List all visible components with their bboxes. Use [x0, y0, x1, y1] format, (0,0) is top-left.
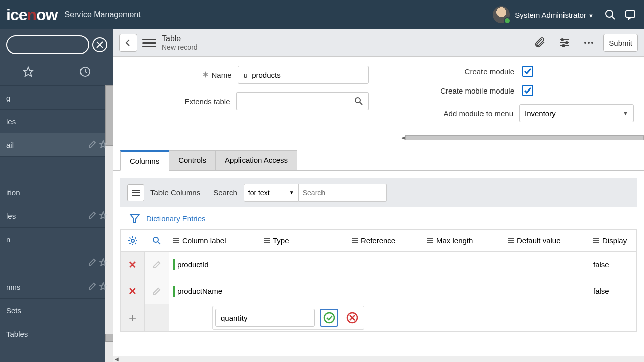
- cell-display: false: [589, 260, 629, 269]
- tab-appaccess[interactable]: Application Access: [215, 150, 297, 171]
- record-type: Table: [162, 34, 198, 43]
- edit-icon[interactable]: [88, 211, 96, 221]
- svg-rect-2: [626, 11, 635, 17]
- svg-point-15: [566, 42, 568, 44]
- svg-point-23: [131, 239, 134, 242]
- tab-columns[interactable]: Columns: [120, 150, 169, 171]
- sidebar-item[interactable]: Tables: [0, 322, 113, 345]
- search-mode-select[interactable]: for text▼: [244, 184, 299, 202]
- col-def-header[interactable]: Default value: [504, 236, 589, 245]
- extends-input[interactable]: [236, 92, 350, 110]
- submit-button[interactable]: Submit: [603, 34, 638, 52]
- favorites-icon[interactable]: [23, 66, 34, 79]
- user-menu[interactable]: System Administrator ▼: [515, 11, 594, 19]
- add-menu-select[interactable]: Inventory▼: [519, 104, 634, 122]
- search-icon[interactable]: [603, 7, 618, 22]
- svg-marker-9: [100, 259, 107, 266]
- create-mobile-label: Create mobile module: [434, 86, 514, 95]
- chat-icon[interactable]: [623, 7, 638, 22]
- logo: icenow: [6, 6, 57, 24]
- svg-point-26: [324, 313, 334, 323]
- add-menu-label: Add module to menu: [433, 109, 513, 118]
- sidebar-item[interactable]: [0, 156, 113, 180]
- avatar[interactable]: [493, 6, 510, 23]
- gear-icon[interactable]: [121, 236, 145, 246]
- sidebar-item[interactable]: n: [0, 227, 113, 251]
- sidebar-item[interactable]: [0, 251, 113, 275]
- svg-line-25: [158, 242, 160, 244]
- svg-point-19: [591, 42, 593, 44]
- row-search-icon[interactable]: [145, 236, 169, 245]
- svg-point-17: [584, 42, 586, 44]
- sidebar-scrollbar[interactable]: [105, 85, 113, 362]
- tab-controls[interactable]: Controls: [169, 150, 216, 171]
- svg-marker-8: [100, 212, 107, 219]
- svg-point-20: [355, 98, 360, 103]
- delete-row-icon[interactable]: ✕: [121, 278, 145, 304]
- edit-icon[interactable]: [88, 282, 96, 292]
- history-icon[interactable]: [79, 66, 91, 79]
- star-icon[interactable]: [99, 211, 107, 221]
- delete-row-icon[interactable]: ✕: [121, 252, 145, 278]
- sidebar-item[interactable]: Sets: [0, 298, 113, 322]
- svg-marker-10: [100, 283, 107, 290]
- sidebar-tabs: [0, 60, 113, 85]
- col-ref-header[interactable]: Reference: [348, 236, 423, 245]
- sidebar-item[interactable]: g: [0, 85, 113, 109]
- dictionary-link[interactable]: Dictionary Entries: [146, 214, 206, 223]
- col-label-header[interactable]: Column label: [169, 236, 260, 245]
- table-row: ✕productNamefalse: [121, 278, 636, 304]
- main-content: Table New record Submit ✶ Name Extends t…: [113, 29, 644, 362]
- attachment-icon[interactable]: [533, 35, 548, 50]
- table-menu-icon[interactable]: [127, 184, 144, 201]
- name-label: Name: [211, 71, 231, 79]
- col-max-header[interactable]: Max length: [423, 236, 504, 245]
- svg-point-14: [561, 39, 564, 41]
- create-module-checkbox[interactable]: [522, 66, 533, 77]
- edit-row-icon[interactable]: [145, 278, 169, 304]
- svg-point-0: [606, 10, 613, 17]
- svg-point-18: [588, 42, 590, 44]
- svg-marker-22: [130, 214, 139, 222]
- extends-label: Extends table: [175, 97, 230, 106]
- settings-icon[interactable]: [557, 35, 572, 50]
- sidebar-item[interactable]: mns: [0, 275, 113, 298]
- svg-line-1: [612, 16, 615, 19]
- edit-row-icon[interactable]: [145, 252, 169, 278]
- app-title: Service Management: [64, 10, 140, 19]
- col-disp-header[interactable]: Display: [589, 236, 629, 245]
- back-button[interactable]: [119, 34, 137, 52]
- star-icon[interactable]: [99, 140, 107, 150]
- name-input[interactable]: [238, 66, 369, 84]
- star-icon[interactable]: [99, 258, 107, 268]
- table-search-input[interactable]: [299, 184, 387, 202]
- cell-label: productId: [177, 260, 209, 269]
- search-label: Search: [213, 188, 237, 197]
- edit-icon[interactable]: [88, 140, 96, 150]
- sidebar-item[interactable]: les: [0, 204, 113, 227]
- edit-icon[interactable]: [88, 258, 96, 268]
- required-icon: ✶: [202, 69, 209, 80]
- star-icon[interactable]: [99, 282, 107, 292]
- context-menu-icon[interactable]: [142, 36, 156, 50]
- cancel-button[interactable]: [343, 309, 361, 327]
- sidebar-item[interactable]: ail: [0, 133, 113, 156]
- confirm-button[interactable]: [320, 309, 338, 327]
- clear-filter-icon[interactable]: [92, 37, 107, 52]
- cell-display: false: [589, 287, 629, 295]
- add-row-button[interactable]: +: [121, 304, 145, 331]
- table-row: ✕productIdfalse: [121, 252, 636, 278]
- svg-point-16: [562, 45, 565, 47]
- col-type-header[interactable]: Type: [260, 236, 348, 245]
- create-module-label: Create module: [434, 67, 514, 76]
- sidebar-item[interactable]: ition: [0, 180, 113, 204]
- horizontal-scrollbar[interactable]: ◀: [113, 356, 644, 362]
- more-icon[interactable]: [581, 35, 596, 50]
- svg-line-21: [360, 102, 362, 105]
- new-column-input[interactable]: [215, 309, 315, 327]
- create-mobile-checkbox[interactable]: [522, 85, 533, 96]
- filter-icon[interactable]: [127, 211, 142, 226]
- sidebar-item[interactable]: les: [0, 109, 113, 133]
- lookup-icon[interactable]: [350, 92, 369, 110]
- filter-input[interactable]: [6, 35, 89, 54]
